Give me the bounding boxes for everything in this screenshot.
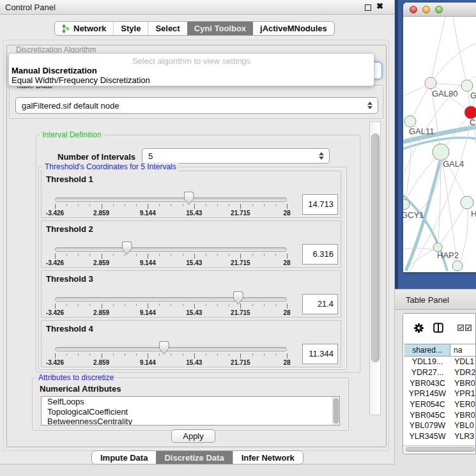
- tab-infer-network[interactable]: Infer Network: [233, 451, 303, 464]
- slider-tick-label: 9.144: [140, 359, 156, 366]
- table-hscrollbar-thumb[interactable]: [406, 447, 475, 452]
- cell-shared-name[interactable]: YPR145W: [404, 388, 450, 399]
- slider-major-ticks: [55, 204, 288, 209]
- close-icon[interactable]: ✖: [376, 1, 383, 11]
- cell-name[interactable]: YPR1: [450, 388, 476, 399]
- tab-cyni-toolbox[interactable]: Cyni Toolbox: [187, 22, 253, 35]
- numerical-attributes-list[interactable]: SelfLoops TopologicalCoefficient Between…: [41, 396, 340, 426]
- gear-icon[interactable]: [414, 323, 424, 333]
- tab-impute-data[interactable]: Impute Data: [92, 451, 156, 464]
- column-header-name[interactable]: na: [450, 344, 476, 356]
- tab-style[interactable]: Style: [113, 22, 148, 35]
- apply-button[interactable]: Apply: [171, 429, 215, 443]
- main-scrollbar-thumb[interactable]: [371, 134, 380, 362]
- slider-tick-label: -3.426: [46, 309, 64, 316]
- network-edge[interactable]: [410, 83, 431, 121]
- columns-icon[interactable]: [433, 323, 443, 333]
- table-row[interactable]: YDL19...YDL1: [404, 357, 476, 367]
- table-row[interactable]: YDR27...YDR2: [404, 367, 476, 378]
- tab-network[interactable]: Network: [55, 22, 113, 35]
- table-data-select[interactable]: galFiltered.sif default node: [15, 97, 378, 114]
- slider-tick-label: 21.715: [231, 259, 250, 266]
- network-edge[interactable]: [438, 203, 467, 247]
- zoom-traffic-light-icon[interactable]: [435, 6, 443, 13]
- table-row[interactable]: YBR043CYBR0: [404, 378, 476, 388]
- popup-item-manual-discretization[interactable]: Manual Discretization: [12, 66, 97, 75]
- network-node[interactable]: [404, 116, 416, 127]
- cell-name[interactable]: YDL1: [450, 357, 476, 367]
- tab-select[interactable]: Select: [148, 22, 187, 35]
- network-edge[interactable]: [459, 203, 468, 265]
- cell-name[interactable]: YBR0: [450, 378, 476, 388]
- table-row[interactable]: YPR145WYPR1: [404, 388, 476, 399]
- cell-shared-name[interactable]: YDR27...: [404, 367, 450, 378]
- cell-name[interactable]: YBL0: [450, 420, 476, 431]
- minimize-traffic-light-icon[interactable]: [422, 6, 430, 13]
- cell-shared-name[interactable]: YBR043C: [404, 378, 450, 388]
- cell-shared-name[interactable]: YBL079W: [404, 420, 450, 431]
- attributes-scrollbar-track[interactable]: [332, 397, 339, 425]
- checkboxes-icon[interactable]: [457, 325, 472, 331]
- threshold-slider-track[interactable]: [55, 297, 287, 302]
- network-node[interactable]: [433, 144, 449, 160]
- float-window-icon[interactable]: [365, 4, 371, 11]
- table-row[interactable]: YLR345WYLR3: [404, 431, 476, 440]
- network-edge[interactable]: [453, 17, 467, 86]
- tab-discretize-data[interactable]: Discretize Data: [156, 451, 232, 464]
- cell-name[interactable]: YDR2: [450, 367, 476, 378]
- network-node[interactable]: [461, 196, 473, 209]
- number-of-intervals-label: Number of Intervals: [55, 152, 138, 162]
- network-node[interactable]: [452, 261, 463, 271]
- cell-shared-name[interactable]: YBR045C: [404, 410, 450, 420]
- tab-jactivemnodules[interactable]: jActiveMNodules: [253, 22, 334, 35]
- threshold-value-field[interactable]: 6.316: [302, 244, 338, 265]
- cell-name[interactable]: YER0: [450, 399, 476, 410]
- network-node-label: GAL80: [432, 89, 457, 98]
- threshold-value-field[interactable]: 11.344: [302, 344, 338, 364]
- threshold-label: Threshold 2: [46, 224, 93, 234]
- column-header-shared-name[interactable]: shared...: [404, 344, 450, 356]
- threshold-slider-thumb[interactable]: [159, 341, 169, 355]
- list-item[interactable]: BetweennessCentrality: [42, 417, 339, 426]
- cell-shared-name[interactable]: YER054C: [404, 399, 450, 410]
- control-panel-tabs: Network Style Select Cyni Toolbox jActiv…: [54, 21, 335, 36]
- table-row[interactable]: YBL079WYBL0: [404, 420, 476, 431]
- network-node-label: GAL4: [443, 159, 464, 169]
- network-icon: [62, 24, 70, 33]
- threshold-slider-thumb[interactable]: [184, 192, 194, 205]
- popup-item-equal-width-frequency[interactable]: Equal Width/Frequency Discretization: [12, 75, 150, 85]
- slider-tick-label: 2.859: [93, 309, 109, 316]
- cell-name[interactable]: YLR3: [450, 431, 476, 440]
- table-row[interactable]: YBR045CYBR0: [404, 410, 476, 420]
- number-of-intervals-select[interactable]: 5: [142, 148, 330, 164]
- list-item[interactable]: SelfLoops: [42, 397, 339, 407]
- cell-shared-name[interactable]: YDL19...: [404, 357, 450, 367]
- network-canvas[interactable]: GAL80GACGAL11GAL4GCY1HHAP2: [403, 17, 476, 272]
- threshold-value-field[interactable]: 14.713: [302, 194, 338, 215]
- attributes-scrollbar-thumb[interactable]: [334, 398, 339, 424]
- table-hscrollbar-track[interactable]: [404, 445, 475, 452]
- network-node[interactable]: [461, 80, 473, 91]
- threshold-panel: Threshold 3-3.4262.8599.14415.4321.71528…: [41, 270, 341, 318]
- cell-shared-name[interactable]: YLR345W: [404, 431, 450, 440]
- network-edge[interactable]: [441, 152, 457, 266]
- table-body: YDL19...YDL1YDR27...YDR2YBR043CYBR0YPR14…: [404, 357, 476, 440]
- threshold-value-field[interactable]: 21.4: [302, 294, 338, 314]
- threshold-slider-track[interactable]: [55, 347, 287, 351]
- close-traffic-light-icon[interactable]: [410, 6, 417, 13]
- combo-spinner-icon: [367, 102, 372, 109]
- threshold-panel: Threshold 4-3.4262.8599.14415.4321.71528…: [41, 320, 341, 367]
- network-node[interactable]: [464, 106, 476, 119]
- threshold-slider-track[interactable]: [55, 247, 287, 252]
- slider-tick-label: 15.43: [186, 259, 202, 266]
- main-scrollbar-track[interactable]: [369, 121, 381, 415]
- list-item[interactable]: TopologicalCoefficient: [42, 407, 339, 417]
- table-row[interactable]: YER054CYER0: [404, 399, 476, 410]
- threshold-slider-track[interactable]: [55, 197, 287, 202]
- network-edge[interactable]: [431, 43, 476, 83]
- network-edge[interactable]: [432, 17, 445, 78]
- threshold-slider-thumb[interactable]: [233, 291, 243, 305]
- threshold-slider-thumb[interactable]: [122, 242, 132, 255]
- cell-name[interactable]: YBR0: [450, 410, 476, 420]
- network-node[interactable]: [425, 77, 436, 89]
